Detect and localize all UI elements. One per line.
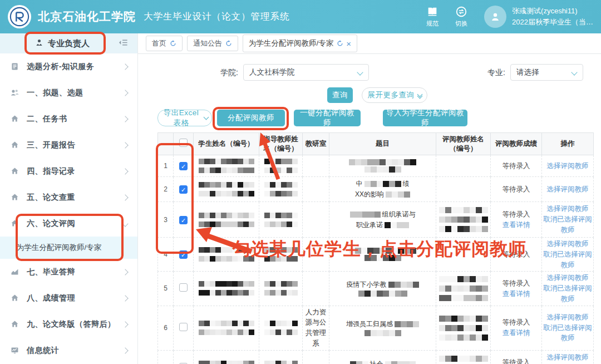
main-content: 首页通知公告为学生分配评阅教师/专家× 学院: 人文社科学院 专业: 请选择 查…	[138, 33, 601, 364]
tab-label: 通知公告	[193, 38, 222, 48]
sidebar-item[interactable]: 六、论文评阅	[0, 210, 137, 237]
cell-row-number: 5	[158, 272, 174, 306]
cell-reviewer-name	[436, 202, 491, 238]
cell-title	[329, 238, 436, 272]
row-checkbox[interactable]: ✓	[179, 185, 188, 194]
user-info[interactable]: 张彧测试(zyceshi11) 2022届秋季毕业生（当…	[512, 6, 593, 28]
search-button[interactable]: 查询	[327, 87, 353, 103]
home-icon	[10, 219, 19, 228]
assign-reviewer-button[interactable]: 分配评阅教师	[217, 110, 285, 126]
chevron-down-icon	[122, 220, 128, 227]
row-checkbox[interactable]: ✓	[179, 162, 188, 170]
one-click-assign-button[interactable]: 一键分配评阅教师	[294, 110, 361, 126]
refresh-icon[interactable]	[337, 40, 343, 47]
redacted-text	[260, 182, 301, 196]
redacted-text	[195, 321, 258, 335]
redacted-text	[195, 361, 258, 364]
header-action-规范[interactable]: 规范	[426, 6, 439, 28]
operation-link[interactable]: 选择评阅教师	[543, 312, 592, 323]
sidebar-item[interactable]: 九、论文终版（答辩后）	[0, 311, 137, 337]
major-select[interactable]: 请选择	[510, 64, 583, 81]
export-excel-button[interactable]: 导出Excel表格	[157, 110, 212, 126]
redacted-text	[260, 159, 301, 173]
sidebar-item-label: 选题分析-知识服务	[27, 62, 123, 72]
row-checkbox[interactable]: ✓	[179, 250, 188, 259]
redacted-text	[350, 211, 381, 218]
header-action-label: 切换	[455, 19, 467, 28]
cell-row-number: 1	[158, 155, 174, 177]
column-header: 教研室	[303, 133, 329, 155]
cell-student-name	[194, 202, 259, 238]
college-select[interactable]: 人文社科学院	[243, 64, 369, 81]
view-detail-link[interactable]: 查看详情	[492, 220, 540, 230]
cell-reviewer-name	[436, 177, 491, 202]
collapse-sidebar-icon[interactable]	[118, 37, 129, 50]
sidebar-item[interactable]: 信息统计	[0, 337, 137, 363]
cell-checkbox	[174, 306, 194, 350]
sidebar-item[interactable]: 八、成绩管理	[0, 285, 137, 311]
cell-checkbox: ✓	[174, 202, 194, 238]
sidebar-item[interactable]: 二、任务书	[0, 106, 137, 132]
view-detail-link[interactable]: 查看详情	[492, 328, 540, 338]
operation-link[interactable]: 取消已选择评阅教师	[543, 214, 592, 235]
cell-row-number: 7	[158, 350, 174, 364]
sidebar-item[interactable]: 四、指导记录	[0, 158, 137, 184]
avatar[interactable]	[484, 6, 506, 28]
sidebar-item[interactable]: 三、开题报告	[0, 132, 137, 158]
cell-department	[303, 238, 329, 272]
cell-title: 社会	[329, 350, 436, 364]
score-status: 等待录入	[492, 184, 540, 195]
header-action-切换[interactable]: 切换	[455, 6, 467, 28]
cell-reviewer-score: 等待录入查看详情	[491, 350, 542, 364]
operation-link[interactable]: 选择评阅教师	[543, 204, 592, 214]
tab-通知公告[interactable]: 通知公告	[187, 36, 238, 51]
cell-title: 中绩XX的影响	[329, 177, 436, 202]
refresh-icon[interactable]	[225, 40, 232, 47]
stats-icon	[10, 346, 19, 355]
cell-row-number: 4	[158, 238, 174, 272]
chevron-right-icon	[122, 269, 128, 275]
cell-instructor-name	[259, 202, 303, 238]
tab-为学生分配评阅教师/专家[interactable]: 为学生分配评阅教师/专家×	[243, 35, 357, 52]
operation-link[interactable]: 选择评阅教师	[543, 239, 592, 249]
sidebar-item[interactable]: 一、拟题、选题	[0, 80, 137, 106]
sidebar-subitem[interactable]: 为学生分配评阅教师/专家	[0, 237, 137, 259]
sidebar-item[interactable]: 选题分析-知识服务	[0, 53, 137, 80]
cell-instructor-name	[259, 306, 303, 350]
close-icon[interactable]: ×	[346, 40, 351, 48]
operation-link[interactable]: 取消已选择评阅教师	[543, 323, 592, 344]
cell-reviewer-name	[436, 155, 491, 177]
operation-link[interactable]: 取消已选择评阅教师	[543, 283, 592, 304]
column-header: 操作	[542, 133, 594, 155]
row-checkbox[interactable]: ✓	[179, 216, 188, 224]
major-select-value: 请选择	[516, 67, 539, 77]
header-checkbox[interactable]	[179, 139, 188, 147]
expand-more-button[interactable]: 展开更多查询	[362, 87, 427, 103]
cell-reviewer-name	[436, 306, 491, 350]
refresh-icon[interactable]	[170, 40, 176, 47]
operation-link[interactable]: 选择评阅教师	[543, 184, 592, 195]
book-icon	[426, 6, 439, 18]
tab-label: 为学生分配评阅教师/专家	[249, 38, 333, 48]
chevron-right-icon	[122, 295, 128, 301]
redacted-text	[260, 247, 301, 262]
cell-row-number: 6	[158, 306, 174, 350]
operation-link[interactable]: 选择评阅教师	[543, 161, 592, 171]
import-assign-button[interactable]: 导入为学生分配评阅教师	[383, 110, 467, 126]
cell-department	[303, 272, 329, 306]
cell-instructor-name	[259, 238, 303, 272]
sidebar-item[interactable]: 七、毕业答辩	[0, 259, 137, 285]
operation-link[interactable]: 取消已选择评阅教师	[543, 249, 592, 270]
title-fragment: 绩	[403, 179, 410, 189]
cell-instructor-name	[259, 177, 303, 202]
sidebar-item[interactable]: 五、论文查重	[0, 184, 137, 210]
system-title: 大学生毕业设计（论文）管理系统	[144, 11, 290, 23]
operation-link[interactable]: 选择评阅教师	[543, 273, 592, 283]
view-detail-link[interactable]: 查看详情	[492, 289, 540, 299]
row-checkbox[interactable]	[179, 323, 188, 331]
row-checkbox[interactable]	[179, 283, 188, 292]
tab-首页[interactable]: 首页	[146, 36, 183, 51]
redacted-text	[195, 281, 258, 296]
operation-link[interactable]: 选择评阅教师	[543, 352, 592, 363]
redacted-text	[364, 166, 401, 173]
